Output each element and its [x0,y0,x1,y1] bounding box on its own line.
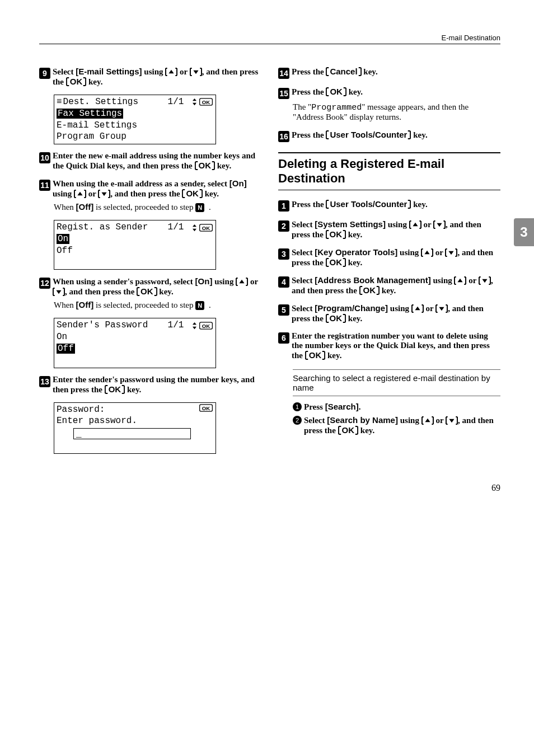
up-key-icon [165,68,177,76]
t: key. [157,287,174,296]
option-label: [On] [195,276,213,286]
t: using [142,67,166,76]
step-number: 6 [278,332,289,344]
page-header: E-mail Destination [39,34,500,44]
step-ref-icon: N [195,301,204,310]
t: key. [125,385,141,394]
step-text: Press the User Tools/Counter key. [292,130,500,140]
ok-box-icon [199,224,213,232]
up-key-icon [236,278,248,286]
step-text: Enter the sender's password using the nu… [53,375,261,395]
step-text: When using the e-mail address as a sende… [53,179,261,199]
lcd-row-selected: Fax Settings [57,109,123,119]
t: . [207,300,211,309]
key-label: OK [330,257,343,267]
lcd-row: Enter password. [57,415,213,427]
lb-icon [195,161,199,170]
lcd-row-selected: Off [57,344,75,354]
option-label: [Off] [76,300,94,309]
sub-step-text: Select [Search by Name] using or , and t… [304,415,500,435]
up-key-icon [74,190,86,198]
lb-icon [326,314,330,323]
t: When [54,203,76,212]
key-label: Cancel [330,67,357,76]
t: key. [346,87,363,96]
t: key. [346,314,362,323]
t: Select [304,416,327,425]
rb-icon [211,161,215,170]
t: Select [53,67,76,76]
up-key-icon [411,304,424,313]
updown-icon [191,224,198,232]
lcd-screen: Sender's Password 1/1 On Off [54,318,216,368]
step-note: When [Off] is selected, proceeded to ste… [54,300,261,310]
step-number: 13 [39,376,50,387]
step-text: Select [System Settings] using or , and … [292,219,500,240]
section-heading: Deleting a Registered E-mail Destination [278,152,500,190]
t: or [421,220,433,229]
lcd-title: Sender's Password [57,320,148,331]
step-text: Press the User Tools/Counter key. [292,199,500,209]
t: using [398,416,421,425]
t: The " [293,102,311,111]
lcd-row: E-mail Settings [57,120,213,132]
down-key-icon [98,190,110,198]
step-number: 14 [278,68,289,79]
rb-icon [342,230,346,239]
ok-box-icon [199,98,213,106]
option-label: [E-mail Settings] [76,67,142,76]
updown-icon [191,98,198,106]
key-label: OK [186,189,199,198]
t: When using the e-mail address as a sende… [53,179,229,188]
updown-icon [191,322,198,330]
lcd-title: Password: [57,404,105,416]
t: When using a sender's password, select [53,277,195,286]
option-label: [Off] [76,202,94,212]
lcd-screen: Regist. as Sender 1/1 On Off [54,220,216,270]
step-text: Enter the new e-mail address using the n… [53,151,261,171]
t: key. [411,130,427,139]
key-label: OK [70,77,83,86]
tty-text: Programmed [311,103,362,112]
t: Press the [292,87,326,96]
sub-step: 2 Select [Search by Name] using or , and… [293,415,500,435]
ok-box-icon [199,404,213,412]
lcd-row-selected: On [57,234,69,244]
sub-step: 1 Press [Search]. [293,402,500,412]
key-label: OK [330,87,343,96]
t: or [86,189,98,198]
key-label: OK [330,229,343,239]
lcd-page: 1/1 [168,222,184,233]
option-label: [Address Book Management] [315,275,431,285]
rb-icon [199,189,203,198]
ok-box-icon [199,322,213,330]
lcd-title: Dest. Settings [63,96,138,108]
t: key. [362,67,378,76]
step-description: The "Programmed" message appears, and th… [293,102,500,122]
down-key-icon [446,416,458,425]
t: key. [346,230,362,239]
key-label: OK [342,425,355,435]
up-key-icon [454,276,466,285]
t: or [433,248,445,257]
lb-icon [66,77,70,86]
lcd-input-box: _ [73,428,191,439]
step-number: 16 [278,131,289,142]
t: using [386,220,409,229]
t: Press the [292,130,326,139]
lb-icon [359,286,363,295]
t: . [359,402,361,411]
t: , and then press the [65,287,137,296]
t: using [388,304,411,313]
step-text: Press the OK key. [292,87,500,97]
step-text: Select [Program/Change] using or , and t… [292,303,500,323]
chapter-tab: 3 [514,218,534,246]
step-text: Select [Address Book Management] using o… [292,275,500,295]
t: Select [292,276,315,285]
lcd-screen: Password: Enter password. _ [54,402,216,454]
rb-icon [153,287,157,296]
t: using [397,248,421,257]
option-label: [Key Operator Tools] [315,247,397,257]
lcd-page: 1/1 [168,96,184,108]
option-label: [Search] [325,402,359,411]
